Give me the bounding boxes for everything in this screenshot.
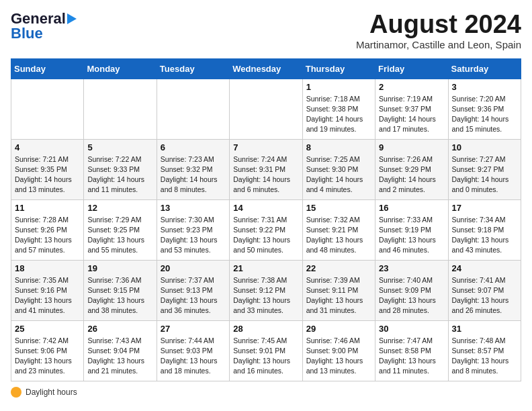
calendar-week-row: 25Sunrise: 7:42 AMSunset: 9:06 PMDayligh… xyxy=(11,320,521,381)
calendar-cell: 17Sunrise: 7:34 AMSunset: 9:18 PMDayligh… xyxy=(448,199,521,260)
day-info: Sunrise: 7:48 AMSunset: 8:57 PMDaylight:… xyxy=(452,336,517,377)
day-number: 17 xyxy=(452,203,517,213)
calendar-day-header: Saturday xyxy=(448,58,521,79)
day-info: Sunrise: 7:29 AMSunset: 9:25 PMDaylight:… xyxy=(87,215,152,256)
day-number: 16 xyxy=(379,203,444,213)
calendar-cell: 14Sunrise: 7:31 AMSunset: 9:22 PMDayligh… xyxy=(230,199,302,260)
calendar-day-header: Sunday xyxy=(11,58,84,79)
day-number: 18 xyxy=(15,263,80,273)
day-number: 7 xyxy=(233,142,298,152)
calendar-cell xyxy=(11,79,84,139)
calendar-cell: 13Sunrise: 7:30 AMSunset: 9:23 PMDayligh… xyxy=(157,199,229,260)
day-number: 12 xyxy=(87,203,152,213)
day-number: 24 xyxy=(452,263,517,273)
calendar-cell: 30Sunrise: 7:47 AMSunset: 8:58 PMDayligh… xyxy=(375,320,448,381)
footer-note: Daylight hours xyxy=(11,387,521,398)
calendar-cell: 7Sunrise: 7:24 AMSunset: 9:31 PMDaylight… xyxy=(230,139,302,199)
day-info: Sunrise: 7:42 AMSunset: 9:06 PMDaylight:… xyxy=(15,336,80,377)
calendar-cell: 9Sunrise: 7:26 AMSunset: 9:29 PMDaylight… xyxy=(375,139,448,199)
day-info: Sunrise: 7:45 AMSunset: 9:01 PMDaylight:… xyxy=(233,336,298,377)
calendar-cell: 8Sunrise: 7:25 AMSunset: 9:30 PMDaylight… xyxy=(302,139,375,199)
day-info: Sunrise: 7:47 AMSunset: 8:58 PMDaylight:… xyxy=(379,336,444,377)
calendar-cell xyxy=(84,79,157,139)
calendar-cell: 24Sunrise: 7:41 AMSunset: 9:07 PMDayligh… xyxy=(448,260,521,320)
title-section: August 2024 Martinamor, Castille and Leo… xyxy=(356,11,521,50)
calendar-week-row: 4Sunrise: 7:21 AMSunset: 9:35 PMDaylight… xyxy=(11,139,521,199)
page-header: General Blue August 2024 Martinamor, Cas… xyxy=(11,11,521,50)
day-info: Sunrise: 7:27 AMSunset: 9:27 PMDaylight:… xyxy=(452,154,517,195)
calendar-day-header: Monday xyxy=(84,58,157,79)
day-info: Sunrise: 7:37 AMSunset: 9:13 PMDaylight:… xyxy=(161,275,226,316)
day-number: 27 xyxy=(161,324,226,334)
day-info: Sunrise: 7:19 AMSunset: 9:37 PMDaylight:… xyxy=(379,94,444,135)
calendar-cell: 31Sunrise: 7:48 AMSunset: 8:57 PMDayligh… xyxy=(448,320,521,381)
day-number: 25 xyxy=(15,324,80,334)
calendar-cell xyxy=(157,79,229,139)
day-number: 29 xyxy=(306,324,371,334)
day-number: 2 xyxy=(379,82,444,92)
day-number: 3 xyxy=(452,82,517,92)
calendar-table: SundayMondayTuesdayWednesdayThursdayFrid… xyxy=(11,58,521,381)
day-number: 1 xyxy=(306,82,371,92)
calendar-week-row: 18Sunrise: 7:35 AMSunset: 9:16 PMDayligh… xyxy=(11,260,521,320)
calendar-week-row: 11Sunrise: 7:28 AMSunset: 9:26 PMDayligh… xyxy=(11,199,521,260)
calendar-cell: 21Sunrise: 7:38 AMSunset: 9:12 PMDayligh… xyxy=(230,260,302,320)
day-number: 30 xyxy=(379,324,444,334)
sun-icon xyxy=(11,387,21,398)
day-info: Sunrise: 7:35 AMSunset: 9:16 PMDaylight:… xyxy=(15,275,80,316)
calendar-cell: 3Sunrise: 7:20 AMSunset: 9:36 PMDaylight… xyxy=(448,79,521,139)
day-info: Sunrise: 7:25 AMSunset: 9:30 PMDaylight:… xyxy=(306,154,371,195)
daylight-label: Daylight hours xyxy=(26,387,77,397)
day-number: 21 xyxy=(233,263,298,273)
calendar-cell xyxy=(230,79,302,139)
calendar-day-header: Wednesday xyxy=(230,58,302,79)
day-info: Sunrise: 7:20 AMSunset: 9:36 PMDaylight:… xyxy=(452,94,517,135)
day-info: Sunrise: 7:36 AMSunset: 9:15 PMDaylight:… xyxy=(87,275,152,316)
calendar-cell: 26Sunrise: 7:43 AMSunset: 9:04 PMDayligh… xyxy=(84,320,157,381)
day-number: 22 xyxy=(306,263,371,273)
calendar-cell: 23Sunrise: 7:40 AMSunset: 9:09 PMDayligh… xyxy=(375,260,448,320)
calendar-cell: 20Sunrise: 7:37 AMSunset: 9:13 PMDayligh… xyxy=(157,260,229,320)
day-number: 13 xyxy=(161,203,226,213)
day-number: 5 xyxy=(87,142,152,152)
calendar-cell: 27Sunrise: 7:44 AMSunset: 9:03 PMDayligh… xyxy=(157,320,229,381)
day-info: Sunrise: 7:33 AMSunset: 9:19 PMDaylight:… xyxy=(379,215,444,256)
day-info: Sunrise: 7:34 AMSunset: 9:18 PMDaylight:… xyxy=(452,215,517,256)
calendar-week-row: 1Sunrise: 7:18 AMSunset: 9:38 PMDaylight… xyxy=(11,79,521,139)
day-info: Sunrise: 7:40 AMSunset: 9:09 PMDaylight:… xyxy=(379,275,444,316)
day-number: 23 xyxy=(379,263,444,273)
day-info: Sunrise: 7:24 AMSunset: 9:31 PMDaylight:… xyxy=(233,154,298,195)
day-number: 6 xyxy=(161,142,226,152)
calendar-cell: 28Sunrise: 7:45 AMSunset: 9:01 PMDayligh… xyxy=(230,320,302,381)
calendar-cell: 15Sunrise: 7:32 AMSunset: 9:21 PMDayligh… xyxy=(302,199,375,260)
calendar-cell: 4Sunrise: 7:21 AMSunset: 9:35 PMDaylight… xyxy=(11,139,84,199)
day-number: 4 xyxy=(15,142,80,152)
day-info: Sunrise: 7:28 AMSunset: 9:26 PMDaylight:… xyxy=(15,215,80,256)
day-number: 26 xyxy=(87,324,152,334)
day-info: Sunrise: 7:18 AMSunset: 9:38 PMDaylight:… xyxy=(306,94,371,135)
day-info: Sunrise: 7:32 AMSunset: 9:21 PMDaylight:… xyxy=(306,215,371,256)
calendar-day-header: Friday xyxy=(375,58,448,79)
calendar-day-header: Tuesday xyxy=(157,58,229,79)
calendar-cell: 25Sunrise: 7:42 AMSunset: 9:06 PMDayligh… xyxy=(11,320,84,381)
calendar-header-row: SundayMondayTuesdayWednesdayThursdayFrid… xyxy=(11,58,521,79)
calendar-day-header: Thursday xyxy=(302,58,375,79)
logo-arrow-icon xyxy=(67,13,77,24)
day-number: 15 xyxy=(306,203,371,213)
day-info: Sunrise: 7:46 AMSunset: 9:00 PMDaylight:… xyxy=(306,336,371,377)
calendar-cell: 22Sunrise: 7:39 AMSunset: 9:11 PMDayligh… xyxy=(302,260,375,320)
logo: General Blue xyxy=(11,11,77,42)
day-info: Sunrise: 7:41 AMSunset: 9:07 PMDaylight:… xyxy=(452,275,517,316)
calendar-cell: 11Sunrise: 7:28 AMSunset: 9:26 PMDayligh… xyxy=(11,199,84,260)
calendar-cell: 18Sunrise: 7:35 AMSunset: 9:16 PMDayligh… xyxy=(11,260,84,320)
day-number: 11 xyxy=(15,203,80,213)
logo-blue: Blue xyxy=(11,26,43,42)
day-number: 8 xyxy=(306,142,371,152)
calendar-cell: 2Sunrise: 7:19 AMSunset: 9:37 PMDaylight… xyxy=(375,79,448,139)
calendar-cell: 29Sunrise: 7:46 AMSunset: 9:00 PMDayligh… xyxy=(302,320,375,381)
day-number: 19 xyxy=(87,263,152,273)
day-info: Sunrise: 7:21 AMSunset: 9:35 PMDaylight:… xyxy=(15,154,80,195)
day-info: Sunrise: 7:44 AMSunset: 9:03 PMDaylight:… xyxy=(161,336,226,377)
day-number: 14 xyxy=(233,203,298,213)
day-info: Sunrise: 7:43 AMSunset: 9:04 PMDaylight:… xyxy=(87,336,152,377)
